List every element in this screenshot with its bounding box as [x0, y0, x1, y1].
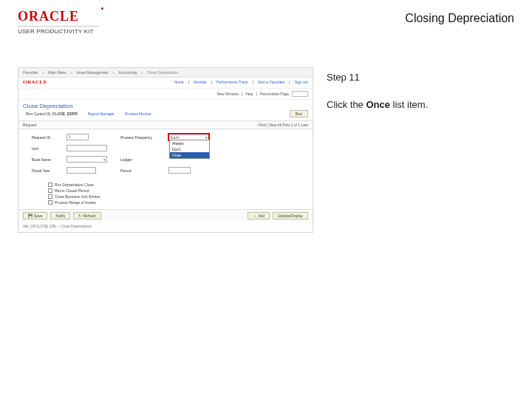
fiscal-year-input[interactable] [66, 167, 96, 174]
breadcrumb: Favorites› Main Menu› Asset Management› … [18, 68, 313, 78]
link-report-mgr[interactable]: Report Manager [88, 112, 115, 116]
page-tool-row: New Window| Help| Personalize Page [18, 89, 313, 100]
options-block: Run Depreciation Close Rerun Closed Peri… [18, 180, 313, 209]
link-personalize[interactable]: Personalize Page [260, 92, 289, 96]
link-signout[interactable]: Sign out [295, 80, 308, 84]
cb-range-assets[interactable] [48, 200, 52, 205]
tab-request[interactable]: Request [23, 123, 37, 127]
book-name-select[interactable] [66, 156, 107, 163]
step-label: Step 11 [327, 72, 514, 83]
freq-option-always[interactable]: Always [170, 140, 209, 146]
page-title: Closing Depreciation [405, 9, 514, 25]
process-frequency-dropdown[interactable]: Always Don't Once [169, 140, 210, 159]
add-button[interactable]: ＋Add [248, 212, 270, 219]
update-display-button[interactable]: Update/Display [273, 212, 308, 219]
tab-band: Request Find | View All First 1 of 1 Las… [18, 120, 313, 129]
form-grid: Request ID 1 Process Frequency Don't Alw… [18, 129, 313, 180]
request-id-input[interactable]: 1 [66, 134, 89, 140]
brand-subline: USER PRODUCTIVITY KIT [18, 26, 99, 35]
process-frequency-select[interactable]: Don't Always Don't Once [168, 134, 209, 140]
period-input[interactable] [168, 167, 191, 174]
panel-meta-row: Run Control ID: CLOSE_DEPR Report Manage… [18, 110, 313, 120]
save-icon: 💾 [28, 214, 33, 218]
freq-option-once[interactable]: Once [170, 152, 209, 158]
run-button[interactable]: Run [290, 110, 308, 117]
link-new-window[interactable]: New Window [217, 92, 239, 96]
page-search-input[interactable] [292, 91, 308, 97]
freq-option-dont[interactable]: Don't [170, 146, 209, 152]
link-help[interactable]: Help [245, 92, 253, 96]
notify-button[interactable]: Notify [50, 212, 70, 219]
instruction-text: Click the Once list item. [327, 99, 514, 110]
link-proc-mon[interactable]: Process Monitor [125, 112, 151, 116]
link-home[interactable]: Home [174, 80, 183, 84]
paginator[interactable]: Find | View All First 1 of 1 Last [259, 123, 308, 127]
panel-title: Close Depreciation [18, 100, 313, 110]
plus-icon: ＋ [253, 214, 256, 218]
oracle-app-logo: ORACLE [23, 79, 47, 85]
link-worklist[interactable]: Worklist [194, 80, 207, 84]
cb-run-depr-close[interactable] [48, 183, 52, 187]
save-button[interactable]: 💾Save [23, 212, 47, 219]
app-screenshot: Favorites› Main Menu› Asset Management› … [18, 67, 313, 233]
cb-close-bu-entries[interactable] [48, 194, 52, 199]
oracle-app-bar: ORACLE Home| Worklist| Performance Trace… [18, 78, 313, 89]
oracle-logo: ORACLE [18, 9, 99, 24]
cb-rerun-closed[interactable] [48, 188, 52, 193]
refresh-button[interactable]: ↻Refresh [73, 212, 101, 219]
link-perf-trace[interactable]: Performance Trace [216, 80, 248, 84]
link-add-fav[interactable]: Add to Favorites [258, 80, 284, 84]
brand-block: ORACLE USER PRODUCTIVITY KIT [18, 9, 99, 35]
footer-bar: 💾Save Notify ↻Refresh ＋Add Update/Displa… [18, 209, 313, 222]
unit-input[interactable] [66, 145, 107, 151]
audit-line: AM_DPCLOSE.GBL – Close Depreciation [18, 222, 313, 232]
refresh-icon: ↻ [78, 214, 81, 218]
